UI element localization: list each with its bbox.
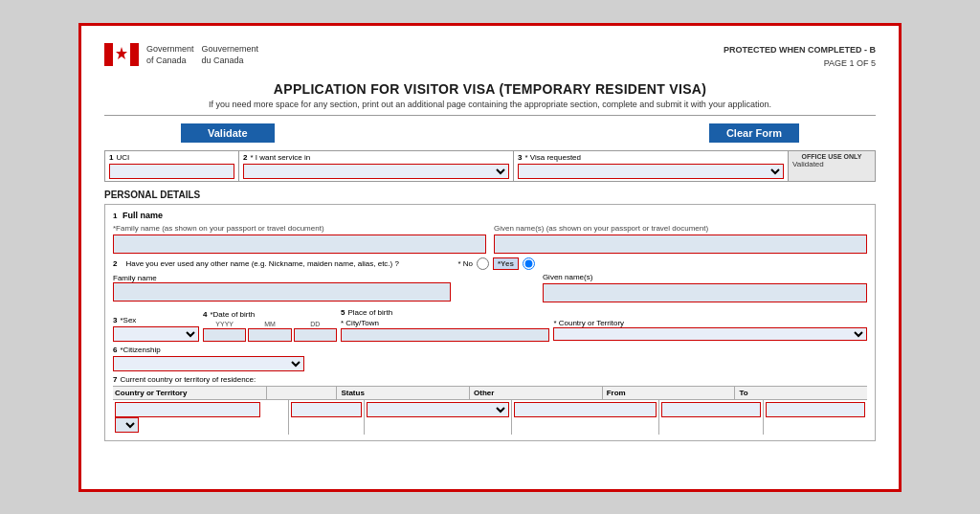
family-name-input[interactable] xyxy=(113,235,486,254)
row7-data xyxy=(113,400,867,435)
svg-rect-1 xyxy=(104,43,113,66)
visa-field-cell: 3 * Visa requested xyxy=(514,151,789,181)
citizenship-select[interactable] xyxy=(113,356,304,371)
other-name-question-block: 2 Have you ever used any other name (e.g… xyxy=(113,257,535,302)
row7-header: Country or Territory Status Other From T… xyxy=(113,386,867,400)
title-divider xyxy=(104,115,876,116)
pob-country-label: * Country or Territory xyxy=(553,319,867,327)
form-page: Government of Canada Gouvernement du Can… xyxy=(78,23,902,492)
yyyy-part: YYYY xyxy=(203,321,246,342)
top-fields-row: 1 UCI 2 * I want service in 3 * Visa req… xyxy=(104,150,876,182)
visa-label: * Visa requested xyxy=(524,153,581,162)
col-status: Status xyxy=(337,387,470,399)
residence-col2-input[interactable] xyxy=(291,402,362,417)
pob-inner: * City/Town * Country or Territory xyxy=(341,319,867,342)
service-number: 2 xyxy=(243,153,247,162)
dob-sub: YYYY MM DD xyxy=(203,321,337,342)
given-name-input[interactable] xyxy=(494,235,867,254)
header: Government of Canada Gouvernement du Can… xyxy=(104,43,876,71)
dob-yyyy-input[interactable] xyxy=(203,328,246,342)
city-label: * City/Town xyxy=(341,319,549,327)
other-name-question: Have you ever used any other name (e.g. … xyxy=(125,259,448,268)
dob-label: *Date of birth xyxy=(210,310,255,319)
residence-to-cell xyxy=(764,400,867,435)
visa-number: 3 xyxy=(518,153,522,162)
dob-dd-input[interactable] xyxy=(294,328,337,342)
pob-label: Place of birth xyxy=(347,308,392,317)
service-field-cell: 2 * I want service in xyxy=(239,151,514,181)
citizenship-field xyxy=(113,356,304,371)
city-input[interactable] xyxy=(341,328,549,342)
col-to: To xyxy=(735,387,867,399)
sex-select[interactable]: Male Female xyxy=(113,326,199,342)
residence-row: 7 Current country or territory of reside… xyxy=(113,375,867,435)
uci-input[interactable] xyxy=(109,164,234,179)
given-names-alt-field: Given name(s) xyxy=(543,257,867,302)
form-subtitle: If you need more space for any section, … xyxy=(104,100,876,109)
office-only-label: OFFICE USE ONLY xyxy=(792,153,871,160)
row35: 3 *Sex Male Female 4 *Date of birth YYYY xyxy=(113,308,867,342)
fullname-label: 1 Full name xyxy=(113,211,867,220)
clear-form-button[interactable]: Clear Form xyxy=(709,123,799,143)
family-name-label: *Family name (as shown on your passport … xyxy=(113,224,486,233)
dob-field: 4 *Date of birth YYYY MM DD xyxy=(203,310,337,342)
residence-other-cell xyxy=(512,400,659,435)
yes-no-group: * No *Yes xyxy=(457,257,534,270)
given-names-alt-input[interactable] xyxy=(543,283,867,302)
residence-col2 xyxy=(289,400,365,435)
uci-field-cell: 1 UCI xyxy=(105,151,239,181)
residence-country-select[interactable] xyxy=(115,417,139,433)
uci-number: 1 xyxy=(109,153,113,162)
personal-details-title: PERSONAL DETAILS xyxy=(104,190,876,200)
residence-from-input[interactable] xyxy=(661,402,761,417)
residence-status-select[interactable] xyxy=(367,402,509,417)
service-label: * I want service in xyxy=(250,153,310,162)
other-name-row: 2 Have you ever used any other name (e.g… xyxy=(113,257,867,302)
canada-flag-icon xyxy=(104,43,139,66)
name-row: *Family name (as shown on your passport … xyxy=(113,224,867,254)
pob-country-select[interactable] xyxy=(553,327,867,341)
citizenship-label: *Citizenship xyxy=(120,346,160,354)
buttons-row: Validate Clear Form xyxy=(104,123,876,143)
residence-label: Current country or territory of residenc… xyxy=(120,375,256,384)
protected-label: PROTECTED WHEN COMPLETED - B PAGE 1 OF 5 xyxy=(724,43,876,71)
citizenship-row: 6 *Citizenship xyxy=(113,346,867,371)
residence-from-cell xyxy=(659,400,764,435)
residence-country-cell xyxy=(113,400,289,435)
dd-part: DD xyxy=(294,321,337,342)
validate-button[interactable]: Validate xyxy=(181,123,275,143)
given-name-label: Given name(s) (as shown on your passport… xyxy=(494,224,867,233)
pob-field: 5 Place of birth * City/Town * Country o… xyxy=(341,308,867,342)
form-title: APPLICATION FOR VISITOR VISA (TEMPORARY … xyxy=(104,81,876,97)
given-name-field: Given name(s) (as shown on your passport… xyxy=(494,224,867,254)
col-from: From xyxy=(603,387,736,399)
service-select[interactable] xyxy=(243,164,509,179)
yes-label: *Yes xyxy=(493,257,519,270)
validated-label: Validated xyxy=(792,160,871,168)
pob-country-field: * Country or Territory xyxy=(553,319,867,342)
residence-status-cell xyxy=(365,400,512,435)
residence-other-input[interactable] xyxy=(514,402,657,417)
col-empty xyxy=(267,387,338,399)
logo-area: Government of Canada Gouvernement du Can… xyxy=(104,43,258,67)
residence-country-input[interactable] xyxy=(115,402,260,417)
family-name-field: *Family name (as shown on your passport … xyxy=(113,224,486,254)
col-country: Country or Territory xyxy=(113,387,267,399)
dob-mm-input[interactable] xyxy=(248,328,291,342)
given-names-alt-label: Given name(s) xyxy=(543,273,867,281)
family-name-alt-label: Family name xyxy=(113,274,535,282)
residence-to-input[interactable] xyxy=(766,402,865,417)
city-field: * City/Town xyxy=(341,319,549,342)
no-radio[interactable] xyxy=(477,257,489,270)
sex-label: *Sex xyxy=(120,316,136,324)
svg-rect-2 xyxy=(130,43,139,66)
personal-details-box: 1 Full name *Family name (as shown on yo… xyxy=(104,204,876,441)
sex-field: 3 *Sex Male Female xyxy=(113,316,199,342)
yes-radio[interactable] xyxy=(523,257,535,270)
col-other: Other xyxy=(470,387,603,399)
title-section: APPLICATION FOR VISITOR VISA (TEMPORARY … xyxy=(104,81,876,109)
mm-part: MM xyxy=(248,321,291,342)
no-label: * No xyxy=(457,259,473,268)
family-name-alt-input[interactable] xyxy=(113,282,451,302)
visa-select[interactable] xyxy=(518,164,784,179)
